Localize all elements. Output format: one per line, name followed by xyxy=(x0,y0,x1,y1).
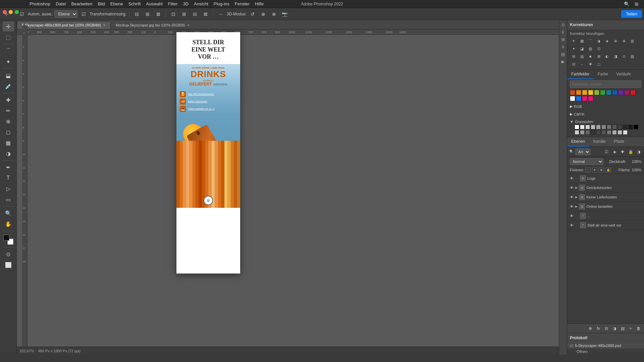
layer-toggle-icon[interactable]: ◑ xyxy=(635,148,642,155)
gs-swatch[interactable] xyxy=(580,130,585,135)
play-icon[interactable]: ▶ xyxy=(560,58,567,65)
menu-hilfe[interactable]: Hilfe xyxy=(252,1,266,7)
k-photo[interactable]: ◐ xyxy=(603,53,611,60)
menu-ansicht[interactable]: Ansicht xyxy=(191,1,211,7)
align-stretch[interactable]: ⊠ xyxy=(201,9,210,19)
layer-select[interactable]: Ebene xyxy=(54,10,77,18)
layer-row[interactable]: 👁 ▶ ▤ Online bestellen xyxy=(567,202,644,211)
move-tool-btn[interactable]: ✛ xyxy=(3,21,14,32)
color-swatch[interactable] xyxy=(606,90,611,95)
gs-swatch[interactable] xyxy=(591,130,595,135)
gs-swatch[interactable] xyxy=(618,130,622,135)
gs-swatch[interactable] xyxy=(585,130,590,135)
k-curves[interactable]: ⌒ xyxy=(587,38,594,44)
align-center-v[interactable]: ⊞ xyxy=(143,9,152,19)
gs-swatch[interactable] xyxy=(634,125,638,129)
search-button[interactable]: 🔍 xyxy=(622,0,631,9)
layer-row[interactable]: 👁 T Stell dir eine welt vor xyxy=(567,221,644,230)
layer-filter-icon[interactable]: ☑ xyxy=(603,148,610,155)
k-levels[interactable]: ▦ xyxy=(578,38,586,44)
color-swatch[interactable] xyxy=(582,90,587,95)
menu-filter[interactable]: Filter xyxy=(165,1,180,7)
k-brightness2[interactable]: ⊙ xyxy=(620,53,628,60)
transform-checkbox[interactable]: ☑ xyxy=(79,9,88,19)
align-left[interactable]: ⊟ xyxy=(132,9,142,19)
k-extra[interactable]: ◻ xyxy=(595,61,602,67)
channels-icon[interactable]: ≡ xyxy=(560,44,567,50)
k-threshold[interactable]: ⊡ xyxy=(595,45,602,52)
k-curves2[interactable]: ⌣ xyxy=(578,61,586,67)
history-icon[interactable]: ⊙ xyxy=(560,21,567,28)
k-solid[interactable]: ■ xyxy=(587,53,594,60)
delete-layer-icon[interactable]: 🗑 xyxy=(635,325,642,332)
layer-visibility-4[interactable]: 👁 xyxy=(569,214,574,218)
layer-visibility-1[interactable]: 👁 xyxy=(569,185,574,190)
gs-swatch[interactable] xyxy=(618,125,622,129)
color-swatch[interactable] xyxy=(588,96,593,101)
color-picker[interactable] xyxy=(3,234,14,245)
k-exposure[interactable]: ◑ xyxy=(595,38,602,44)
more-options[interactable]: ··· xyxy=(216,9,225,19)
menu-bild[interactable]: Bild xyxy=(95,1,108,7)
layer-color-icon[interactable]: ✚ xyxy=(619,148,626,155)
cmyk-group-header[interactable]: ▶ CMYK xyxy=(570,111,641,117)
minimize-button[interactable] xyxy=(9,10,13,14)
gs-swatch[interactable] xyxy=(607,130,611,135)
color-swatch[interactable] xyxy=(588,90,593,95)
color-swatch[interactable] xyxy=(576,96,581,101)
menu-3d[interactable]: 3D xyxy=(180,1,192,7)
k-brightness[interactable]: ☀ xyxy=(570,38,577,44)
menu-ebene[interactable]: Ebene xyxy=(108,1,126,7)
pen-tool-btn[interactable]: ✒ xyxy=(3,162,14,172)
k-colorbalance[interactable]: ⊗ xyxy=(620,38,628,44)
zoom-tool-btn[interactable]: 🔍 xyxy=(3,208,14,218)
3d-camera[interactable]: 📷 xyxy=(280,9,289,19)
color-swatch[interactable] xyxy=(594,90,599,95)
select-tool-btn[interactable]: ⬚ xyxy=(3,32,14,42)
k-match[interactable]: ✚ xyxy=(587,61,594,67)
crop-tool-btn[interactable]: ⬓ xyxy=(3,70,14,80)
dodge-tool-btn[interactable]: ◑ xyxy=(3,148,14,159)
gs-swatch[interactable] xyxy=(612,125,617,129)
farbfelder-search[interactable] xyxy=(570,80,641,88)
fullscreen-button[interactable] xyxy=(15,10,19,14)
k-lookup[interactable]: ▤ xyxy=(578,53,586,60)
layer-row[interactable]: 👁 ▶ ▤ Keine Lieferkosten xyxy=(567,192,644,202)
layer-row[interactable]: 👁 T ... xyxy=(567,211,644,221)
gs-swatch[interactable] xyxy=(575,125,579,129)
color-swatch[interactable] xyxy=(600,90,605,95)
color-swatch[interactable] xyxy=(630,90,636,95)
magic-wand-tool-btn[interactable]: ✦ xyxy=(3,57,14,67)
menu-datei[interactable]: Datei xyxy=(53,1,68,7)
eraser-tool-btn[interactable]: ◻ xyxy=(3,127,14,137)
color-swatch[interactable] xyxy=(570,90,575,95)
tab-pfade[interactable]: Pfade xyxy=(610,137,628,146)
brush-tool-btn[interactable]: ✏ xyxy=(3,106,14,116)
align-mid-h[interactable]: ⊞ xyxy=(179,9,189,19)
layer-lock-icon[interactable]: 🔒 xyxy=(627,148,634,155)
color-swatch[interactable] xyxy=(582,96,587,101)
color-swatch[interactable] xyxy=(618,90,624,95)
fix-checkerboard[interactable]: ⬚ xyxy=(585,167,591,173)
tab-kanaele[interactable]: Kanäle xyxy=(589,137,609,146)
gs-swatch[interactable] xyxy=(585,125,590,129)
shape-tool-btn[interactable]: ▭ xyxy=(3,194,14,204)
blend-mode-select[interactable]: Normal xyxy=(570,158,603,165)
k-selectivecolor[interactable]: ✦ xyxy=(570,45,577,52)
new-layer-icon[interactable]: + xyxy=(627,325,634,332)
protokoll-item-0[interactable]: ☑ 5-Skyscraper-480x1800.psd xyxy=(567,343,644,349)
tab-verlaeufe[interactable]: Verläufe xyxy=(612,70,635,79)
gs-swatch[interactable] xyxy=(612,130,617,135)
color-swatch[interactable] xyxy=(576,90,581,95)
document-canvas[interactable]: STELL DIR EINE WELT VOR … IN DER DEINE L… xyxy=(176,32,240,274)
info-icon[interactable]: ℹ xyxy=(560,29,567,36)
tab-farbfelder[interactable]: Farbfelder xyxy=(567,70,594,79)
new-group-icon[interactable]: ▤ xyxy=(619,325,626,332)
color-swatch[interactable] xyxy=(612,90,618,95)
eyedropper-tool-btn[interactable]: 💉 xyxy=(3,81,14,91)
clone-tool-btn[interactable]: ⊕ xyxy=(3,116,14,126)
gs-swatch[interactable] xyxy=(601,130,606,135)
k-channel-mixer[interactable]: ⊞ xyxy=(570,53,577,60)
gs-swatch[interactable] xyxy=(628,125,633,129)
color-swatch[interactable] xyxy=(624,90,630,95)
